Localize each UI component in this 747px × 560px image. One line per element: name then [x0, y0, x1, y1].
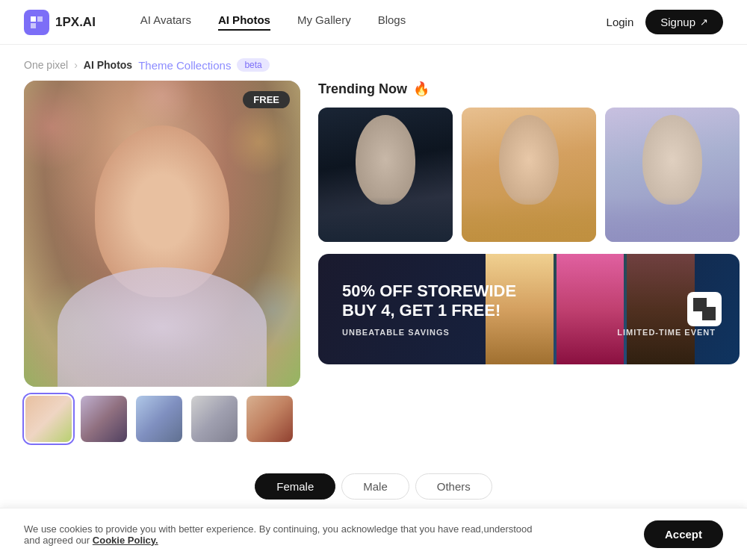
nav-ai-photos[interactable]: AI Photos [218, 13, 270, 31]
svg-rect-1 [37, 16, 43, 22]
main-content: FREE Trending Now 🔥 [0, 81, 747, 444]
login-button[interactable]: Login [607, 16, 634, 28]
ad-headline: 50% OFF STOREWIDE BUY 4, GET 1 FREE! [342, 281, 716, 321]
logo-text: 1PX.AI [55, 15, 96, 30]
ad-text: 50% OFF STOREWIDE BUY 4, GET 1 FREE! UNB… [342, 281, 716, 337]
nav-links: AI Avatars AI Photos My Gallery Blogs [140, 13, 607, 31]
cookie-accept-button[interactable]: Accept [644, 520, 723, 548]
logo-icon [24, 10, 49, 35]
nav-blogs[interactable]: Blogs [378, 13, 406, 31]
right-section: Trending Now 🔥 [318, 81, 740, 444]
thumbnail-row [24, 394, 300, 444]
trending-card-2[interactable] [462, 108, 596, 242]
ad-savings: UNBEATABLE SAVINGS [342, 328, 450, 337]
fire-icon: 🔥 [413, 81, 430, 97]
ad-subtext: UNBEATABLE SAVINGS LIMITED-TIME EVENT [342, 328, 716, 337]
filter-section: Female Male Others [0, 461, 747, 511]
hero-image: FREE [24, 81, 300, 387]
trending-header: Trending Now 🔥 [318, 81, 740, 97]
dress-simulation [58, 267, 267, 387]
thumbnail-3[interactable] [134, 394, 184, 444]
ad-banner[interactable]: 50% OFF STOREWIDE BUY 4, GET 1 FREE! UNB… [318, 254, 740, 364]
cookie-policy-link[interactable]: Cookie Policy. [93, 535, 158, 546]
navbar: 1PX.AI AI Avatars AI Photos My Gallery B… [0, 0, 747, 45]
thumbnail-2[interactable] [79, 394, 128, 444]
breadcrumb-section: Theme Collections [138, 59, 231, 72]
logo[interactable]: 1PX.AI [24, 10, 96, 35]
nav-my-gallery[interactable]: My Gallery [297, 13, 351, 31]
free-badge: FREE [243, 91, 290, 108]
thumbnail-1[interactable] [24, 394, 73, 444]
hero-portrait [24, 81, 300, 387]
breadcrumb-current: AI Photos [84, 59, 132, 71]
trending-grid [318, 108, 740, 242]
beta-badge: beta [237, 58, 269, 72]
thumbnail-4[interactable] [190, 394, 239, 444]
breadcrumb: One pixel › AI Photos Theme Collections … [0, 45, 747, 81]
nav-ai-avatars[interactable]: AI Avatars [140, 13, 191, 31]
signup-button[interactable]: Signup ↗ [645, 10, 723, 34]
hero-section: FREE [24, 81, 300, 444]
nav-right: Login Signup ↗ [607, 10, 723, 34]
filter-male[interactable]: Male [341, 473, 409, 500]
signup-label: Signup [660, 16, 695, 28]
cookie-text: We use cookies to provide you with bette… [24, 523, 547, 546]
filter-others[interactable]: Others [415, 473, 492, 500]
cookie-banner: We use cookies to provide you with bette… [0, 508, 747, 560]
trending-title: Trending Now [318, 81, 407, 97]
breadcrumb-root[interactable]: One pixel [24, 59, 68, 71]
signup-arrow-icon: ↗ [700, 16, 708, 28]
breadcrumb-separator: › [74, 59, 78, 71]
ad-event: LIMITED-TIME EVENT [617, 328, 716, 337]
trending-card-3[interactable] [605, 108, 740, 242]
svg-rect-0 [31, 16, 36, 22]
thumbnail-5[interactable] [245, 394, 294, 444]
trending-card-1[interactable] [318, 108, 453, 242]
filter-female[interactable]: Female [255, 473, 335, 500]
svg-rect-2 [31, 23, 36, 28]
